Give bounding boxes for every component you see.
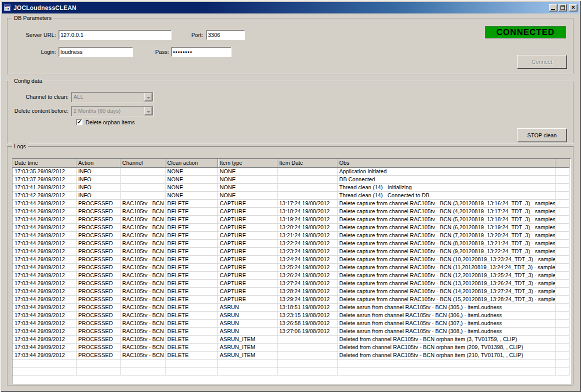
login-input[interactable] xyxy=(58,47,133,57)
cell: DB Connected xyxy=(337,175,555,183)
table-row[interactable] xyxy=(12,359,569,367)
table-row[interactable]: 17:03:44 29/09/2012PROCESSEDRAC105tv - B… xyxy=(12,255,569,263)
app-window: JOCLoudnessCLEAN × DB Parameters Server … xyxy=(0,0,581,392)
table-row[interactable]: 17:03:44 29/09/2012PROCESSEDRAC105tv - B… xyxy=(12,199,569,207)
cell: DELETE xyxy=(165,263,218,271)
column-header[interactable]: Clean action xyxy=(165,159,218,167)
logs-group: Logs Date timeActionChannelClean actionI… xyxy=(7,146,574,386)
cell: CAPTURE xyxy=(218,223,277,231)
cell: PROCESSED xyxy=(76,223,120,231)
table-row[interactable] xyxy=(12,367,569,375)
pass-input[interactable] xyxy=(171,47,232,57)
cell: PROCESSED xyxy=(76,247,120,255)
cell: CAPTURE xyxy=(218,295,277,303)
cell: RAC105tv - BCN xyxy=(120,231,165,239)
cell: 17:03:44 29/09/2012 xyxy=(12,335,76,343)
cell xyxy=(76,359,120,367)
cell: 17:03:44 29/09/2012 xyxy=(12,319,76,327)
table-row[interactable]: 17:03:44 29/09/2012PROCESSEDRAC105tv - B… xyxy=(12,215,569,223)
table-row[interactable]: 17:03:44 29/09/2012PROCESSEDRAC105tv - B… xyxy=(12,239,569,247)
cell: DELETE xyxy=(165,223,218,231)
table-row[interactable]: 17:03:44 29/09/2012PROCESSEDRAC105tv - B… xyxy=(12,303,569,311)
cell: DELETE xyxy=(165,231,218,239)
column-header[interactable]: Obs xyxy=(337,159,555,167)
cell xyxy=(120,367,165,375)
cell: Delete capture from channel RAC105tv - B… xyxy=(337,231,555,239)
cell xyxy=(165,359,218,367)
cell: 13:23:24 19/08/2012 xyxy=(277,247,337,255)
delete-orphan-checkbox[interactable]: ✔ xyxy=(76,119,82,125)
delete-before-select[interactable]: 2 Months (60 days) xyxy=(71,106,154,116)
column-header[interactable]: Action xyxy=(76,159,120,167)
minimize-button[interactable] xyxy=(549,4,558,11)
cell xyxy=(277,175,337,183)
stop-clean-button[interactable]: STOP clean xyxy=(517,128,567,142)
config-data-legend: Config data xyxy=(12,78,44,84)
cell xyxy=(76,367,120,375)
cell xyxy=(218,359,277,367)
column-header[interactable]: Item type xyxy=(218,159,277,167)
table-row[interactable]: 17:03:44 29/09/2012PROCESSEDRAC105tv - B… xyxy=(12,287,569,295)
cell: 17:03:44 29/09/2012 xyxy=(12,271,76,279)
cell: PROCESSED xyxy=(76,199,120,207)
port-input[interactable] xyxy=(206,30,245,40)
cell xyxy=(555,359,569,367)
table-row[interactable]: 17:03:44 29/09/2012PROCESSEDRAC105tv - B… xyxy=(12,279,569,287)
window-title: JOCLoudnessCLEAN xyxy=(14,4,548,11)
db-parameters-group: DB Parameters Server URL: Port: Login: P… xyxy=(7,18,574,75)
cell: ASRUN xyxy=(218,311,277,319)
connection-status: CONNECTED xyxy=(485,26,566,38)
title-bar[interactable]: JOCLoudnessCLEAN × xyxy=(2,2,579,13)
server-url-input[interactable] xyxy=(58,30,172,40)
cell xyxy=(555,311,569,319)
table-row[interactable]: 17:03:44 29/09/2012PROCESSEDRAC105tv - B… xyxy=(12,319,569,327)
cell: 13:25:24 19/08/2012 xyxy=(277,263,337,271)
table-row[interactable]: 17:03:44 29/09/2012PROCESSEDRAC105tv - B… xyxy=(12,207,569,215)
table-row[interactable]: 17:03:44 29/09/2012PROCESSEDRAC105tv - B… xyxy=(12,263,569,271)
cell xyxy=(277,351,337,359)
cell: NONE xyxy=(218,175,277,183)
cell: 13:17:24 19/08/2012 xyxy=(277,199,337,207)
cell: PROCESSED xyxy=(76,215,120,223)
maximize-button[interactable] xyxy=(558,4,567,11)
table-row[interactable]: 17:03:44 29/09/2012PROCESSEDRAC105tv - B… xyxy=(12,271,569,279)
table-row[interactable]: 17:03:44 29/09/2012PROCESSEDRAC105tv - B… xyxy=(12,311,569,319)
config-data-group: Config data Channel to clean: ALL Delete… xyxy=(7,81,574,144)
logs-table-container[interactable]: Date timeActionChannelClean actionItem t… xyxy=(12,158,571,384)
column-header[interactable]: Channel xyxy=(120,159,165,167)
connect-button[interactable]: Connect xyxy=(517,55,567,69)
table-row[interactable]: 17:03:35 29/09/2012INFONONENONEApplicati… xyxy=(12,167,569,175)
table-row[interactable]: 17:03:41 29/09/2012INFONONENONEThread cl… xyxy=(12,183,569,191)
table-row[interactable]: 17:03:44 29/09/2012PROCESSEDRAC105tv - B… xyxy=(12,295,569,303)
cell: ASRUN_ITEM xyxy=(218,351,277,359)
table-row[interactable]: 17:03:44 29/09/2012PROCESSEDRAC105tv - B… xyxy=(12,231,569,239)
table-row[interactable]: 17:03:44 29/09/2012PROCESSEDRAC105tv - B… xyxy=(12,343,569,351)
column-header[interactable] xyxy=(555,159,569,167)
column-header[interactable]: Item Date xyxy=(277,159,337,167)
cell: 13:23:15 19/08/2012 xyxy=(277,311,337,319)
table-row[interactable]: 17:03:44 29/09/2012PROCESSEDRAC105tv - B… xyxy=(12,223,569,231)
cell xyxy=(555,303,569,311)
cell xyxy=(277,343,337,351)
cell xyxy=(555,207,569,215)
table-row[interactable]: 17:03:44 29/09/2012PROCESSEDRAC105tv - B… xyxy=(12,327,569,335)
table-row[interactable]: 17:03:44 29/09/2012PROCESSEDRAC105tv - B… xyxy=(12,247,569,255)
cell: DELETE xyxy=(165,335,218,343)
cell: NONE xyxy=(218,191,277,199)
cell: DELETE xyxy=(165,255,218,263)
table-row[interactable]: 17:03:42 29/09/2012INFONONENONEThread cl… xyxy=(12,191,569,199)
cell xyxy=(12,359,76,367)
channel-to-clean-select[interactable]: ALL xyxy=(71,92,154,102)
close-button[interactable]: × xyxy=(569,4,578,11)
table-row[interactable]: 17:03:44 29/09/2012PROCESSEDRAC105tv - B… xyxy=(12,335,569,343)
cell: NONE xyxy=(165,191,218,199)
cell: 17:03:44 29/09/2012 xyxy=(12,303,76,311)
column-header[interactable]: Date time xyxy=(12,159,76,167)
pass-label: Pass: xyxy=(138,49,169,55)
cell: PROCESSED xyxy=(76,311,120,319)
cell: 17:03:44 29/09/2012 xyxy=(12,247,76,255)
cell: RAC105tv - BCN xyxy=(120,327,165,335)
cell: PROCESSED xyxy=(76,287,120,295)
table-row[interactable]: 17:03:44 29/09/2012PROCESSEDRAC105tv - B… xyxy=(12,351,569,359)
table-row[interactable]: 17:03:37 29/09/2012INFONONENONEDB Connec… xyxy=(12,175,569,183)
